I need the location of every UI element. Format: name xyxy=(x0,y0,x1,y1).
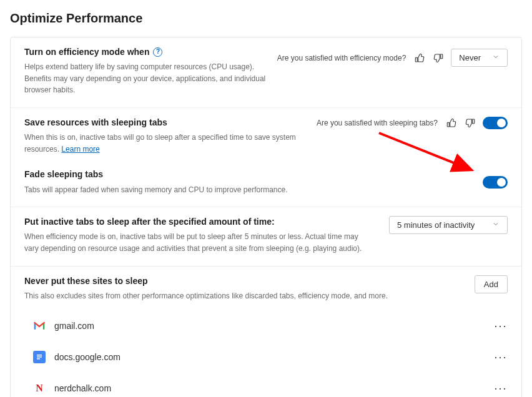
svg-rect-1 xyxy=(37,355,42,356)
efficiency-title: Turn on efficiency mode when xyxy=(24,46,149,57)
thumbs-up-icon[interactable] xyxy=(445,117,458,129)
sleeping-desc: When this is on, inactive tabs will go t… xyxy=(24,132,299,155)
list-item: gmail.com ··· xyxy=(24,310,508,341)
sleeping-feedback-text: Are you satisfied with sleeping tabs? xyxy=(317,119,438,127)
thumbs-up-icon[interactable] xyxy=(413,52,426,64)
efficiency-desc: Helps extend battery life by saving comp… xyxy=(24,61,267,96)
efficiency-feedback-text: Are you satisfied with efficiency mode? xyxy=(277,54,406,62)
more-options-button[interactable]: ··· xyxy=(491,379,510,397)
more-options-button[interactable]: ··· xyxy=(491,316,510,335)
never-sleep-title: Never put these sites to sleep xyxy=(24,275,148,287)
chevron-down-icon xyxy=(492,53,500,62)
site-name: gmail.com xyxy=(54,321,483,331)
site-name: nerdchalk.com xyxy=(54,383,483,393)
inactive-dropdown-label: 5 minutes of inactivity xyxy=(397,220,475,230)
never-sleep-desc: This also excludes sites from other perf… xyxy=(24,290,424,302)
fade-sleeping-toggle[interactable] xyxy=(483,176,508,189)
page-title: Optimize Performance xyxy=(10,11,522,26)
site-name: docs.google.com xyxy=(54,352,483,362)
section-never-sleep: Never put these sites to sleep This also… xyxy=(11,267,521,398)
inactive-dropdown[interactable]: 5 minutes of inactivity xyxy=(389,216,508,234)
help-icon[interactable]: ? xyxy=(153,47,162,57)
svg-rect-3 xyxy=(37,358,40,360)
thumbs-down-icon[interactable] xyxy=(432,52,445,64)
gmail-icon xyxy=(33,320,46,332)
sleeping-title: Save resources with sleeping tabs xyxy=(24,117,167,128)
inactive-desc: When efficiency mode is on, inactive tab… xyxy=(24,231,374,254)
fade-title: Fade sleeping tabs xyxy=(24,169,103,180)
chevron-down-icon xyxy=(492,220,500,230)
list-item: docs.google.com ··· xyxy=(24,341,508,373)
more-options-button[interactable]: ··· xyxy=(491,348,510,366)
list-item: N nerdchalk.com ··· xyxy=(24,373,508,397)
site-list: gmail.com ··· docs.google.com ··· xyxy=(24,310,508,397)
settings-card: Turn on efficiency mode when ? Helps ext… xyxy=(10,37,522,397)
learn-more-link[interactable]: Learn more xyxy=(61,145,99,154)
section-efficiency: Turn on efficiency mode when ? Helps ext… xyxy=(11,37,521,108)
efficiency-dropdown-label: Never xyxy=(459,53,481,62)
nerdchalk-icon: N xyxy=(33,382,46,395)
section-inactive: Put inactive tabs to sleep after the spe… xyxy=(11,207,521,266)
google-docs-icon xyxy=(33,351,46,363)
inactive-title: Put inactive tabs to sleep after the spe… xyxy=(24,216,275,227)
fade-desc: Tabs will appear faded when saving memor… xyxy=(24,184,374,196)
add-button[interactable]: Add xyxy=(475,275,508,293)
thumbs-down-icon[interactable] xyxy=(464,117,476,129)
sleeping-tabs-toggle[interactable] xyxy=(483,117,508,129)
efficiency-dropdown[interactable]: Never xyxy=(451,49,508,67)
svg-rect-2 xyxy=(37,356,42,358)
section-sleeping: Save resources with sleeping tabs When t… xyxy=(11,108,521,207)
